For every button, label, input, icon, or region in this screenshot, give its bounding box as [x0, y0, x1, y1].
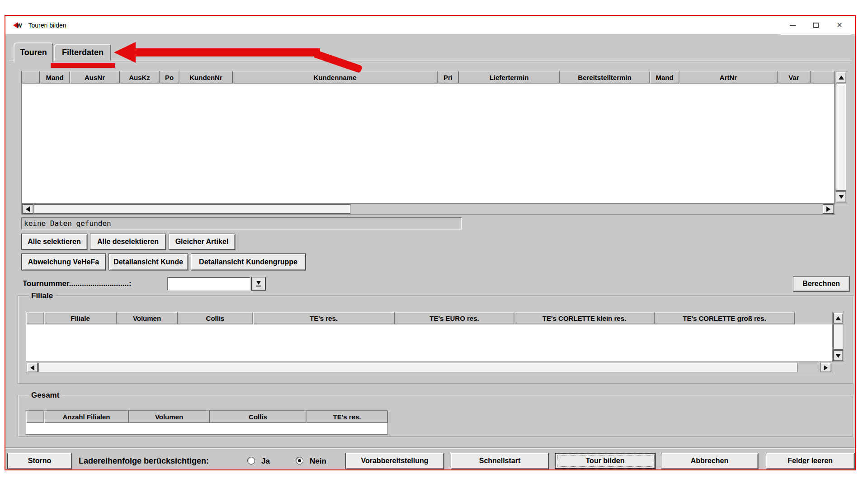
scroll-right-button[interactable]: [820, 363, 831, 372]
scroll-down-button[interactable]: [833, 350, 843, 361]
gesamt-grid-body[interactable]: [26, 423, 388, 435]
maximize-icon: [813, 23, 819, 28]
detailansicht-kunde-button[interactable]: Detailansicht Kunde: [108, 253, 188, 270]
radio-ja[interactable]: [247, 457, 255, 465]
left-arrow-icon: [30, 365, 34, 371]
tournummer-input[interactable]: [167, 277, 250, 291]
down-arrow-icon: [839, 195, 844, 199]
tournummer-label: Tournummer............................:: [23, 279, 132, 288]
tour-bilden-button[interactable]: Tour bilden: [555, 453, 656, 469]
touren-grid-vscrollbar[interactable]: [835, 71, 847, 203]
window-title: Touren bilden: [28, 22, 66, 29]
app-window: w Touren bilden ✕ Touren Filterdaten Man…: [5, 15, 856, 470]
up-arrow-icon: [839, 75, 844, 80]
vscroll-thumb[interactable]: [833, 324, 843, 350]
abbrechen-button[interactable]: Abbrechen: [661, 453, 758, 469]
annotation-arrow-head: [114, 42, 136, 63]
schnellstart-button[interactable]: Schnellstart: [451, 453, 549, 469]
vorabbereitstellung-button[interactable]: Vorabbereitstellung: [345, 453, 444, 469]
column-header-blank: [22, 71, 40, 84]
column-header-te-s-euro-res-: TE's EURO res.: [395, 312, 514, 324]
minimize-icon: [790, 25, 796, 26]
column-header-mand: Mand: [40, 71, 70, 84]
scroll-left-button[interactable]: [27, 363, 38, 372]
close-icon: ✕: [836, 22, 842, 29]
scroll-up-button[interactable]: [833, 313, 843, 324]
column-header-filiale: Filiale: [44, 312, 117, 324]
window-controls: ✕: [781, 16, 851, 35]
dropdown-underline-icon: [256, 286, 261, 286]
dropdown-arrow-icon: [256, 281, 261, 285]
abweichung-vehefa-button[interactable]: Abweichung VeHeFa: [21, 253, 106, 270]
filiale-grid-hscrollbar[interactable]: [26, 362, 832, 373]
radio-nein-label[interactable]: Nein: [310, 457, 326, 466]
gesamt-grid-header: Anzahl FilialenVolumenCollisTE's res.: [26, 410, 388, 423]
filiale-grid-header: FilialeVolumenCollisTE's res.TE's EURO r…: [26, 312, 795, 324]
bottom-bar-separator: [5, 447, 855, 449]
hscroll-thumb[interactable]: [38, 363, 798, 372]
focus-ring: [557, 455, 653, 467]
maximize-button[interactable]: [804, 16, 828, 35]
scroll-up-button[interactable]: [836, 72, 846, 83]
hscroll-thumb[interactable]: [34, 204, 350, 214]
alle-selektieren-button[interactable]: Alle selektieren: [21, 234, 87, 250]
window-titlebar[interactable]: w Touren bilden ✕: [5, 16, 855, 35]
column-header-var: Var: [778, 71, 811, 84]
scroll-right-button[interactable]: [823, 204, 834, 214]
status-field: keine Daten gefunden: [21, 217, 462, 230]
column-header-bereitstelltermin: Bereitstelltermin: [560, 71, 650, 84]
column-header-te-s-corlette-groß-res-: TE's CORLETTE groß res.: [655, 312, 795, 324]
tournummer-dropdown-button[interactable]: [251, 277, 266, 291]
touren-grid-body[interactable]: [21, 84, 835, 203]
radio-nein[interactable]: [296, 457, 303, 465]
alle-deselektieren-button[interactable]: Alle deselektieren: [90, 234, 166, 250]
gesamt-group-title: Gesamt: [28, 391, 62, 400]
column-header-blank: [26, 410, 44, 423]
tab-touren[interactable]: Touren: [14, 42, 53, 63]
column-header-po: Po: [160, 71, 179, 84]
column-header-blank: [811, 71, 835, 84]
scroll-down-button[interactable]: [836, 191, 846, 202]
column-header-te-s-res-: TE's res.: [253, 312, 395, 324]
column-header-te-s-corlette-klein-res-: TE's CORLETTE klein res.: [514, 312, 655, 324]
felder-leeren-button[interactable]: Felder leeren: [766, 453, 854, 469]
column-header-kundennr: KundenNr: [179, 71, 233, 84]
tab-filterdaten[interactable]: Filterdaten: [54, 44, 111, 61]
felder-leeren-label: Felder leeren: [788, 457, 833, 465]
column-header-volumen: Volumen: [117, 312, 178, 324]
minimize-button[interactable]: [781, 16, 804, 35]
detailansicht-kundengruppe-button[interactable]: Detailansicht Kundengruppe: [191, 253, 306, 270]
down-arrow-icon: [835, 354, 841, 358]
radio-ja-label[interactable]: Ja: [261, 457, 270, 466]
right-arrow-icon: [826, 206, 830, 212]
annotation-underline: [51, 63, 115, 68]
logo-letter: w: [16, 21, 22, 29]
column-header-mand: Mand: [650, 71, 679, 84]
storno-button[interactable]: Storno: [7, 453, 72, 469]
touren-grid-header: MandAusNrAusKzPoKundenNrKundennamePriLie…: [21, 71, 835, 84]
close-button[interactable]: ✕: [828, 16, 851, 35]
column-header-collis: Collis: [178, 312, 253, 324]
status-text: keine Daten gefunden: [22, 219, 111, 228]
column-header-liefertermin: Liefertermin: [459, 71, 560, 84]
annotation-arrow: [134, 48, 320, 56]
desktop-background: w Touren bilden ✕ Touren Filterdaten Man…: [0, 0, 868, 488]
column-header-pri: Pri: [438, 71, 459, 84]
filiale-grid-body[interactable]: [26, 324, 832, 362]
gleicher-artikel-button[interactable]: Gleicher Artikel: [169, 234, 235, 250]
app-logo-icon: w: [13, 21, 22, 29]
ladereihenfolge-label: Ladereihenfolge berücksichtigen:: [79, 456, 209, 466]
column-header-anzahl-filialen: Anzahl Filialen: [44, 410, 129, 423]
column-header-volumen: Volumen: [129, 410, 210, 423]
column-header-blank: [26, 312, 44, 324]
column-header-ausnr: AusNr: [70, 71, 120, 84]
scroll-left-button[interactable]: [22, 204, 33, 214]
berechnen-button[interactable]: Berechnen: [793, 276, 849, 291]
touren-grid-hscrollbar[interactable]: [21, 203, 835, 215]
filiale-grid-vscrollbar[interactable]: [832, 312, 844, 362]
filiale-group-title: Filiale: [28, 291, 56, 300]
vscroll-thumb[interactable]: [836, 84, 846, 191]
column-header-artnr: ArtNr: [679, 71, 778, 84]
column-header-te-s-res-: TE's res.: [307, 410, 388, 423]
column-header-auskz: AusKz: [120, 71, 160, 84]
